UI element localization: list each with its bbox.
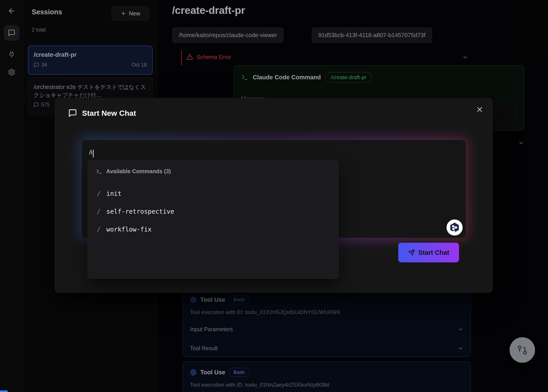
- message-input-value: /i: [89, 149, 92, 156]
- command-name: self-retrospective: [106, 208, 174, 215]
- text-caret: [93, 150, 94, 157]
- terminal-icon: [96, 168, 102, 175]
- start-chat-label: Start Chat: [418, 249, 450, 256]
- dropdown-header: Available Commands (3): [106, 168, 171, 175]
- git-branch-fab[interactable]: [510, 337, 535, 363]
- send-icon: [408, 249, 415, 256]
- command-option-init[interactable]: / init: [88, 185, 338, 203]
- command-prefix: /: [97, 226, 101, 233]
- claude-code-logo-button[interactable]: [447, 219, 463, 236]
- command-option-self-retrospective[interactable]: / self-retrospective: [88, 203, 338, 220]
- close-icon[interactable]: [474, 104, 485, 115]
- command-name: init: [106, 190, 121, 197]
- chat-bubble-icon: [68, 109, 77, 118]
- command-option-workflow-fix[interactable]: / workflow-fix: [88, 220, 338, 238]
- available-commands-dropdown: Available Commands (3) / init / self-ret…: [88, 160, 339, 279]
- dev-indicator: [0, 391, 7, 392]
- git-branch-icon: [517, 345, 528, 355]
- start-chat-button[interactable]: Start Chat: [398, 243, 459, 262]
- app-root: Sessions New 2 total /create-draft-pr 34…: [0, 0, 548, 392]
- modal-title: Start New Chat: [82, 109, 136, 118]
- command-prefix: /: [97, 190, 101, 197]
- hexagon-share-logo-icon: [449, 222, 460, 233]
- command-prefix: /: [97, 208, 101, 215]
- start-new-chat-modal: Start New Chat /i: [55, 98, 493, 293]
- command-name: workflow-fix: [106, 226, 152, 233]
